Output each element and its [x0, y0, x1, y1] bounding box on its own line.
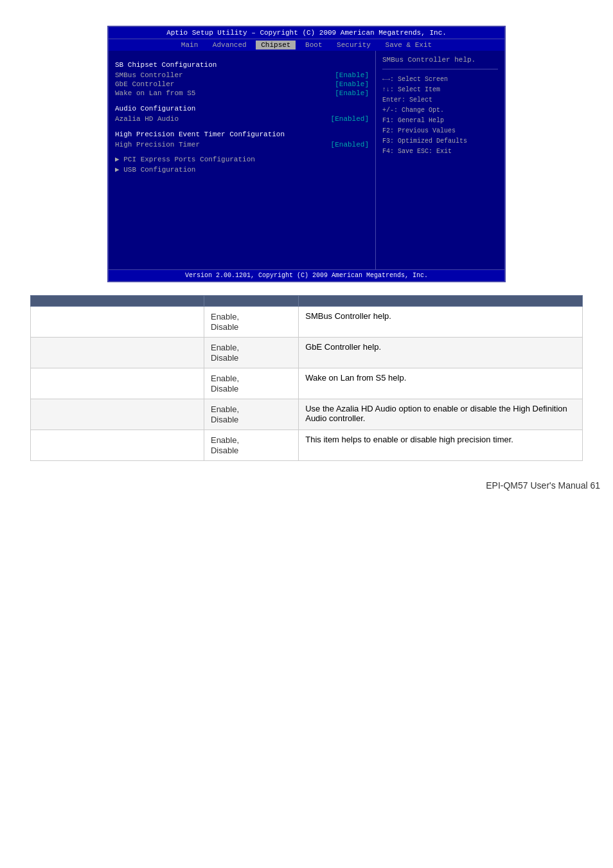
table-row: Enable, Disable Use the Azalia HD Audio … [31, 399, 583, 430]
row3-option-1: Enable, [211, 374, 292, 383]
wake-item: Wake on Lan from S5 [Enable] [115, 89, 369, 97]
row2-name [31, 338, 204, 368]
col-header-3 [299, 296, 583, 307]
bios-help-divider [382, 69, 498, 69]
table-row: Enable, Disable This item helps to enabl… [31, 430, 583, 461]
key-help-line-1: ←→: Select Screen [382, 75, 498, 85]
key-help-line-4: +/-: Change Opt. [382, 105, 498, 116]
key-help-line-7: F3: Optimized Defaults [382, 136, 498, 147]
row1-name [31, 307, 204, 338]
row5-options: Enable, Disable [204, 430, 298, 461]
pci-express-nav: PCI Express Ports Configuration [115, 155, 369, 163]
options-table: Enable, Disable SMBus Controller help. E… [30, 295, 583, 461]
row2-option-2: Disable [211, 353, 292, 363]
row4-option-2: Disable [211, 415, 292, 424]
row4-desc: Use the Azalia HD Audio option to enable… [299, 399, 583, 430]
hpet-value: [Enabled] [331, 141, 369, 149]
row2-desc: GbE Controller help. [299, 338, 583, 368]
row3-option-2: Disable [211, 384, 292, 393]
row4-options: Enable, Disable [204, 399, 298, 430]
row2-options: Enable, Disable [204, 338, 298, 368]
bios-tab-security: Security [332, 41, 376, 50]
bios-tab-main: Main [176, 41, 203, 50]
bios-key-help: ←→: Select Screen ↑↓: Select Item Enter:… [382, 75, 498, 157]
row3-desc: Wake on Lan from S5 help. [299, 368, 583, 399]
row5-name [31, 430, 204, 461]
smbus-value: [Enable] [335, 71, 369, 79]
smbus-item: SMBus Controller [Enable] [115, 71, 369, 79]
page-footer: EPI-QM57 User's Manual 61 [13, 480, 600, 491]
sb-section-header: SB Chipset Configuration [115, 61, 369, 69]
wake-label: Wake on Lan from S5 [115, 89, 195, 97]
table-row: Enable, Disable GbE Controller help. [31, 338, 583, 368]
hpet-section-header: High Precision Event Timer Configuration [115, 131, 369, 138]
row1-option-2: Disable [211, 322, 292, 332]
row1-desc: SMBus Controller help. [299, 307, 583, 338]
row3-options: Enable, Disable [204, 368, 298, 399]
col-header-2 [204, 296, 298, 307]
table-row: Enable, Disable Wake on Lan from S5 help… [31, 368, 583, 399]
bios-content: SB Chipset Configuration SMBus Controlle… [109, 51, 504, 269]
col-header-1 [31, 296, 204, 307]
row5-option-2: Disable [211, 446, 292, 455]
table-row: Enable, Disable SMBus Controller help. [31, 307, 583, 338]
gbe-label: GbE Controller [115, 80, 174, 88]
gbe-item: GbE Controller [Enable] [115, 80, 369, 88]
key-help-line-3: Enter: Select [382, 95, 498, 105]
page-footer-text: EPI-QM57 User's Manual 61 [486, 480, 600, 491]
bios-left-panel: SB Chipset Configuration SMBus Controlle… [109, 51, 376, 269]
gbe-value: [Enable] [335, 80, 369, 88]
bios-tab-advanced: Advanced [208, 41, 252, 50]
key-help-line-8: F4: Save ESC: Exit [382, 147, 498, 157]
row1-options: Enable, Disable [204, 307, 298, 338]
row5-desc: This item helps to enable or disable hig… [299, 430, 583, 461]
bios-footer: Version 2.00.1201, Copyright (C) 2009 Am… [109, 269, 504, 281]
azalia-value: [Enabled] [331, 115, 369, 123]
row4-option-1: Enable, [211, 404, 292, 414]
bios-tab-boot: Boot [300, 41, 327, 50]
usb-config-nav: USB Configuration [115, 165, 369, 174]
bios-right-panel: SMBus Controller help. ←→: Select Screen… [376, 51, 504, 269]
key-help-line-2: ↑↓: Select Item [382, 85, 498, 95]
bios-title: Aptio Setup Utility – Copyright (C) 2009… [109, 27, 504, 39]
options-table-section: Enable, Disable SMBus Controller help. E… [30, 295, 583, 461]
wake-value: [Enable] [335, 89, 369, 97]
bios-help-text: SMBus Controller help. [382, 56, 498, 64]
hpet-item: High Precision Timer [Enabled] [115, 141, 369, 149]
row1-option-1: Enable, [211, 312, 292, 321]
row3-name [31, 368, 204, 399]
row5-option-1: Enable, [211, 435, 292, 445]
key-help-line-6: F2: Previous Values [382, 126, 498, 136]
audio-section-header: Audio Configuration [115, 105, 369, 113]
key-help-line-5: F1: General Help [382, 116, 498, 126]
row2-option-1: Enable, [211, 343, 292, 352]
hpet-label: High Precision Timer [115, 141, 200, 149]
row4-name [31, 399, 204, 430]
bios-tab-bar: Main Advanced Chipset Boot Security Save… [109, 39, 504, 51]
azalia-label: Azalia HD Audio [115, 115, 179, 123]
smbus-label: SMBus Controller [115, 71, 183, 79]
azalia-item: Azalia HD Audio [Enabled] [115, 115, 369, 123]
bios-tab-save-exit: Save & Exit [380, 41, 438, 50]
bios-screenshot: Aptio Setup Utility – Copyright (C) 2009… [107, 26, 506, 282]
bios-tab-chipset: Chipset [256, 41, 296, 50]
